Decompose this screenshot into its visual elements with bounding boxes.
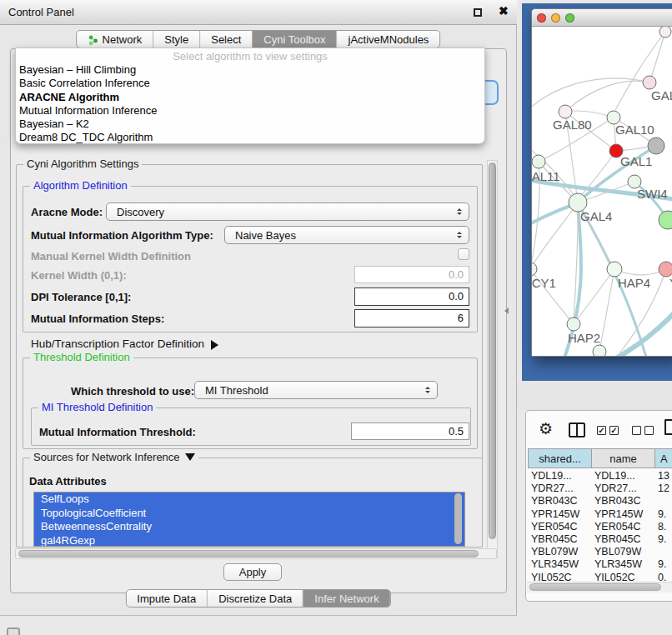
network-node[interactable] <box>659 211 672 229</box>
column-header-shared[interactable]: shared... <box>528 448 592 468</box>
table-row[interactable]: YBL079WYBL079W <box>527 546 672 558</box>
table-cell[interactable]: YBL079W <box>594 546 654 558</box>
table-cell[interactable]: YLR345W <box>594 558 654 571</box>
data-attributes-list[interactable]: SelfLoopsTopologicalCoefficientBetweenne… <box>33 492 465 547</box>
table-cell[interactable]: 9. <box>658 508 672 521</box>
table-cell[interactable]: YPR145W <box>531 508 591 521</box>
checked-box-icon[interactable]: ✓ <box>597 426 606 435</box>
window-minimize-button[interactable] <box>551 13 560 22</box>
window-close-button[interactable] <box>537 13 546 22</box>
network-canvas[interactable]: GAL7GAL80GAL10GAL1GAL11SWI4GAL4GCY1HAP4Y… <box>532 27 672 357</box>
table-row[interactable]: YPR145WYPR145W9. <box>527 508 672 521</box>
columns-icon[interactable] <box>569 422 585 438</box>
network-node-y[interactable] <box>659 262 672 277</box>
unchecked-box-icon[interactable] <box>632 426 641 435</box>
dropdown-item[interactable]: Basic Correlation Inference <box>16 77 484 90</box>
network-node-gal7[interactable] <box>643 76 656 89</box>
network-view-window[interactable]: GAL7GAL80GAL10GAL1GAL11SWI4GAL4GCY1HAP4Y… <box>531 8 672 357</box>
attribute-list-scrollbar[interactable] <box>454 493 462 544</box>
network-node[interactable] <box>648 138 664 154</box>
attribute-item[interactable]: TopologicalCoefficient <box>34 507 464 521</box>
settings-vscrollbar-thumb[interactable] <box>489 162 496 539</box>
attribute-item[interactable]: SelfLoops <box>34 492 464 507</box>
table-cell[interactable]: 9. <box>658 558 672 571</box>
table-cell[interactable]: 8. <box>658 521 672 533</box>
window-zoom-button[interactable] <box>565 13 574 22</box>
dropdown-item[interactable]: ARACNE Algorithm <box>16 91 484 104</box>
table-row[interactable]: YBR045CYBR045C9. <box>527 533 672 546</box>
network-window-titlebar[interactable] <box>532 9 672 27</box>
table-cell[interactable]: YBR043C <box>594 495 654 508</box>
mi-steps-field[interactable]: 6 <box>354 309 469 328</box>
table-row[interactable]: YIL052CYIL052C0. <box>527 572 672 582</box>
aracne-mode-combo[interactable]: Discovery <box>106 202 469 221</box>
network-node-gal80[interactable] <box>559 105 572 118</box>
dropdown-item[interactable]: Dream8 DC_TDC Algorithm <box>16 131 484 144</box>
unchecked-box-icon[interactable] <box>644 426 654 435</box>
tab-select[interactable]: Select <box>199 31 252 48</box>
minimized-panel-icon[interactable] <box>7 628 20 635</box>
table-row[interactable]: YLR345WYLR345W9. <box>527 558 672 571</box>
float-panel-icon[interactable] <box>474 8 482 17</box>
column-header-name[interactable]: name <box>591 448 655 468</box>
mi-algorithm-type-combo[interactable]: Naive Bayes <box>224 226 469 244</box>
dropdown-item[interactable]: Bayesian – Hill Climbing <box>16 63 484 77</box>
dpi-tolerance-field[interactable]: 0.0 <box>354 288 469 306</box>
close-panel-icon[interactable]: ✖ <box>499 4 509 18</box>
network-node-hap2[interactable] <box>567 318 580 331</box>
tab-cyni-toolbox[interactable]: Cyni Toolbox <box>252 31 336 48</box>
tab-infer-network[interactable]: Infer Network <box>303 590 389 607</box>
apply-button[interactable]: Apply <box>223 563 282 581</box>
table-cell[interactable]: YDR27... <box>531 482 591 495</box>
hub-definition-expander[interactable]: Hub/Transcription Factor Definition <box>31 338 223 350</box>
manual-kernel-checkbox[interactable] <box>458 248 469 260</box>
dropdown-item[interactable]: Mutual Information Inference <box>16 104 484 118</box>
table-row[interactable]: YBR043CYBR043C <box>527 495 672 508</box>
table-cell[interactable]: YBL079W <box>531 546 591 558</box>
table-row[interactable]: YDL19...YDL19...13 <box>527 470 672 482</box>
table-cell[interactable]: 9. <box>658 533 672 546</box>
tab-jactivemnodules[interactable]: jActiveMNodules <box>337 31 440 48</box>
table-cell[interactable]: 12 <box>658 482 672 495</box>
tab-impute-data[interactable]: Impute Data <box>126 590 207 607</box>
table-cell[interactable]: YIL052C <box>594 572 654 582</box>
table-cell[interactable]: YPR145W <box>594 508 654 521</box>
table-cell[interactable]: YER054C <box>594 521 654 533</box>
checked-box-icon[interactable]: ✓ <box>609 426 619 435</box>
network-node-gal11[interactable] <box>532 155 545 168</box>
table-row[interactable]: YDR27...YDR27...12 <box>527 482 672 495</box>
mi-threshold-field[interactable]: 0.5 <box>351 422 469 440</box>
network-node[interactable] <box>593 345 606 357</box>
node-label: GCY1 <box>532 276 556 290</box>
table-cell[interactable]: YIL052C <box>531 572 591 582</box>
tab-style[interactable]: Style <box>153 31 199 48</box>
table-cell[interactable]: YBR043C <box>531 495 591 508</box>
column-header-cut[interactable]: A <box>654 448 672 468</box>
table-cell[interactable]: YBR045C <box>531 533 591 546</box>
settings-vscrollbar-track[interactable] <box>487 160 498 558</box>
network-node-gcy1[interactable] <box>532 262 537 276</box>
table-cell[interactable]: 13 <box>658 470 672 482</box>
table-cell[interactable]: YDL19... <box>594 470 654 482</box>
gear-icon[interactable]: ⚙ <box>539 419 553 438</box>
network-node-hap4[interactable] <box>607 262 622 277</box>
attribute-item[interactable]: gal4RGexp <box>34 534 464 548</box>
table-cell[interactable]: YDR27... <box>594 482 654 495</box>
table-hscrollbar-thumb[interactable] <box>529 583 661 591</box>
network-node[interactable] <box>659 27 671 38</box>
table-cell[interactable]: YDL19... <box>531 470 591 482</box>
table-cell[interactable]: YBR045C <box>594 533 654 546</box>
table-cell[interactable]: YLR345W <box>531 558 591 571</box>
settings-hscrollbar-thumb[interactable] <box>18 550 479 558</box>
kernel-width-field[interactable]: 0.0 <box>354 266 469 283</box>
attribute-item[interactable]: BetweennessCentrality <box>34 520 464 534</box>
table-row[interactable]: YER054CYER054C8. <box>527 521 672 533</box>
which-threshold-combo[interactable]: MI Threshold <box>194 381 438 399</box>
table-cell[interactable]: 0. <box>658 572 672 582</box>
table-cell[interactable]: YER054C <box>531 521 591 533</box>
splitter-handle-icon[interactable] <box>501 308 509 314</box>
page-icon[interactable] <box>664 419 672 435</box>
dropdown-item[interactable]: Bayesian – K2 <box>16 118 484 131</box>
tab-network[interactable]: Network <box>77 31 153 48</box>
tab-discretize-data[interactable]: Discretize Data <box>207 590 303 607</box>
